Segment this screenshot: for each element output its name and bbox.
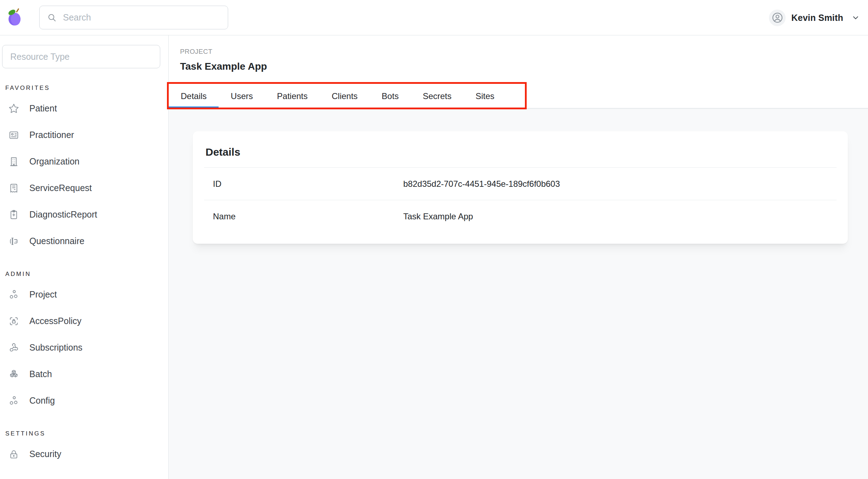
- tab-bots[interactable]: Bots: [370, 83, 411, 109]
- tab-sites[interactable]: Sites: [464, 83, 507, 109]
- sidebar-item-label: Questionnaire: [29, 236, 85, 246]
- search-icon: [47, 12, 57, 23]
- cubes-icon: [8, 369, 19, 380]
- chevron-down-icon: [851, 13, 860, 22]
- tab-clients[interactable]: Clients: [320, 83, 370, 109]
- webhook-icon: [8, 342, 19, 353]
- app-root: Kevin Smith FAVORITES Patient: [0, 0, 868, 479]
- user-name: Kevin Smith: [791, 13, 843, 23]
- sidebar-item-config[interactable]: Config: [0, 387, 168, 414]
- section-label-settings: SETTINGS: [5, 430, 168, 437]
- detail-label: Name: [204, 212, 403, 221]
- tab-details[interactable]: Details: [169, 83, 219, 109]
- sidebar-item-label: Organization: [29, 156, 80, 167]
- card-title: Details: [206, 146, 837, 158]
- forms-icon: [8, 236, 19, 247]
- tab-secrets[interactable]: Secrets: [411, 83, 463, 109]
- sidebar-item-subscriptions[interactable]: Subscriptions: [0, 334, 168, 361]
- report-medical-icon: [8, 209, 19, 220]
- sidebar-item-project[interactable]: Project: [0, 281, 168, 308]
- sidebar-item-label: Patient: [29, 103, 57, 114]
- sidebar-item-accesspolicy[interactable]: AccessPolicy: [0, 308, 168, 334]
- sidebar-item-label: Practitioner: [29, 130, 74, 140]
- sidebar-item-label: Subscriptions: [29, 342, 82, 353]
- sidebar-item-questionnaire[interactable]: Questionnaire: [0, 228, 168, 254]
- detail-label: ID: [204, 179, 403, 189]
- building-icon: [8, 156, 19, 167]
- sidebar-item-security[interactable]: Security: [0, 441, 168, 467]
- sidebar-item-servicerequest[interactable]: ServiceRequest: [0, 175, 168, 201]
- section-label-favorites: FAVORITES: [5, 85, 168, 92]
- content-area: Details ID b82d35d2-707c-4451-945e-189cf…: [169, 109, 868, 479]
- top-header: Kevin Smith: [0, 0, 868, 35]
- favorites-list: Patient Practitioner: [0, 95, 168, 254]
- sidebar-item-patient[interactable]: Patient: [0, 95, 168, 122]
- detail-row-name: Name Task Example App: [204, 200, 837, 232]
- sidebar-item-label: Config: [29, 396, 55, 406]
- page-title: Task Example App: [180, 61, 868, 72]
- tab-bar: Details Users Patients Clients Bots Secr…: [169, 83, 868, 109]
- sidebar-item-practitioner[interactable]: Practitioner: [0, 122, 168, 148]
- star-icon: [8, 103, 19, 114]
- sidebar-item-diagnosticreport[interactable]: DiagnosticReport: [0, 201, 168, 228]
- hierarchy-icon: [8, 395, 19, 406]
- sidebar-item-organization[interactable]: Organization: [0, 148, 168, 175]
- hierarchy-icon: [8, 289, 19, 300]
- settings-list: Security: [0, 441, 168, 467]
- sidebar-item-label: ServiceRequest: [29, 183, 92, 193]
- details-card: Details ID b82d35d2-707c-4451-945e-189cf…: [193, 131, 848, 244]
- detail-value: b82d35d2-707c-4451-945e-189cf6f0b603: [403, 179, 837, 189]
- tab-users[interactable]: Users: [219, 83, 265, 109]
- resource-type-input[interactable]: [2, 45, 160, 68]
- section-label-admin: ADMIN: [5, 271, 168, 278]
- lock-icon: [8, 449, 19, 460]
- project-eyebrow: PROJECT: [169, 35, 868, 56]
- receipt-icon: [8, 183, 19, 194]
- sidebar: FAVORITES Patient Practiti: [0, 35, 169, 479]
- sidebar-item-label: DiagnosticReport: [29, 209, 97, 220]
- project-header: PROJECT Task Example App Details Users P…: [169, 35, 868, 109]
- detail-value: Task Example App: [403, 212, 837, 221]
- sidebar-item-label: Security: [29, 449, 61, 459]
- detail-row-id: ID b82d35d2-707c-4451-945e-189cf6f0b603: [204, 167, 837, 200]
- sidebar-item-batch[interactable]: Batch: [0, 361, 168, 387]
- id-card-icon: [8, 129, 19, 141]
- user-menu[interactable]: Kevin Smith: [769, 0, 860, 35]
- sidebar-item-label: Batch: [29, 369, 52, 379]
- main-panel: PROJECT Task Example App Details Users P…: [169, 35, 868, 479]
- sidebar-item-label: AccessPolicy: [29, 316, 81, 326]
- tab-patients[interactable]: Patients: [265, 83, 320, 109]
- search-input[interactable]: [63, 12, 221, 23]
- lock-brackets-icon: [8, 316, 19, 327]
- admin-list: Project AccessPolicy: [0, 281, 168, 414]
- sidebar-item-label: Project: [29, 289, 57, 300]
- user-avatar-icon: [771, 12, 783, 24]
- plum-logo-icon[interactable]: [5, 7, 24, 27]
- global-search: [39, 6, 228, 29]
- avatar: [769, 10, 786, 26]
